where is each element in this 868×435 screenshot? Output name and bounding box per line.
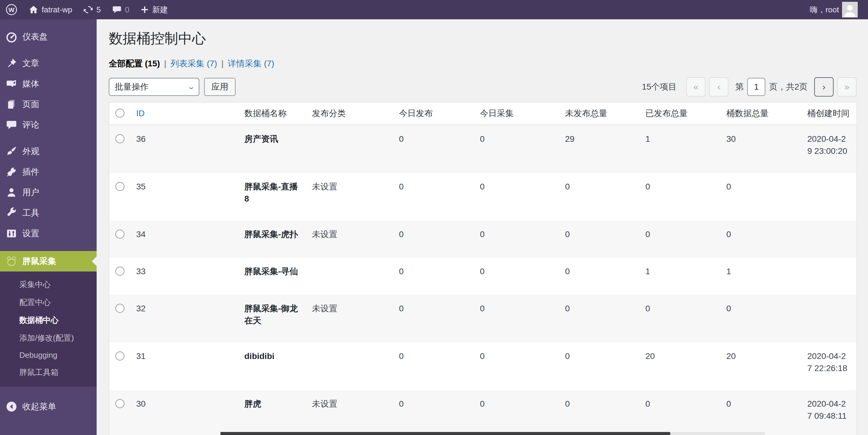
row-checkbox[interactable] bbox=[115, 399, 124, 408]
row-checkbox[interactable] bbox=[115, 230, 124, 239]
bulk-actions: 批量操作 ⌄ 应用 bbox=[109, 78, 236, 96]
wrench-icon bbox=[5, 207, 18, 219]
page-content: 数据桶控制中心 全部配置 (15)|列表采集 (7)|详情采集 (7) 批量操作… bbox=[97, 19, 868, 435]
column-header-unpublished: 未发布总量 bbox=[559, 102, 639, 125]
sidebar-item-media[interactable]: 媒体 bbox=[0, 74, 97, 94]
cell-bucket-total: 1 bbox=[720, 258, 801, 295]
admin-menu: 仪表盘文章媒体页面评论外观插件用户工具设置胖鼠采集 bbox=[0, 19, 97, 271]
cell-today-collect: 0 bbox=[474, 342, 559, 390]
collapse-menu-button[interactable]: 收起菜单 bbox=[0, 396, 97, 417]
sidebar-item-plugins[interactable]: 插件 bbox=[0, 162, 97, 182]
row-select-cell bbox=[109, 295, 130, 342]
sidebar-item-appearance[interactable]: 外观 bbox=[0, 141, 97, 162]
cell-unpublished-total: 29 bbox=[559, 125, 639, 173]
row-checkbox[interactable] bbox=[115, 182, 124, 191]
cell-id: 34 bbox=[130, 221, 238, 258]
updates-menu[interactable]: 5 bbox=[78, 0, 106, 19]
submenu-item[interactable]: 胖鼠工具箱 bbox=[0, 364, 97, 381]
column-header-published: 已发布总量 bbox=[639, 102, 720, 125]
updates-icon bbox=[83, 4, 93, 15]
sidebar-item-fatrat-collect[interactable]: 胖鼠采集 bbox=[0, 251, 97, 271]
current-page-input[interactable] bbox=[747, 78, 765, 96]
sidebar-item-users[interactable]: 用户 bbox=[0, 182, 97, 203]
collapse-menu-label: 收起菜单 bbox=[22, 401, 56, 412]
cell-today-collect: 0 bbox=[474, 125, 559, 173]
sidebar-item-posts[interactable]: 文章 bbox=[0, 53, 97, 74]
cell-category: 未设置 bbox=[306, 221, 393, 258]
column-header-id[interactable]: ID bbox=[130, 102, 238, 125]
row-checkbox[interactable] bbox=[115, 267, 124, 276]
filter-links: 全部配置 (15)|列表采集 (7)|详情采集 (7) bbox=[109, 58, 857, 69]
sidebar-item-label: 外观 bbox=[22, 146, 39, 157]
first-page-button: « bbox=[686, 77, 706, 97]
comment-bubble-icon bbox=[112, 4, 122, 15]
user-greeting: 嗨，root bbox=[810, 4, 839, 15]
row-select-cell bbox=[109, 390, 130, 435]
my-account-menu[interactable]: 嗨，root bbox=[804, 0, 863, 19]
cell-unpublished-total: 0 bbox=[559, 295, 639, 342]
row-select-cell bbox=[109, 221, 130, 258]
sidebar-item-pages[interactable]: 页面 bbox=[0, 94, 97, 114]
filter-link[interactable]: 详情采集 (7) bbox=[228, 59, 274, 68]
sidebar-item-label: 用户 bbox=[22, 187, 39, 198]
filter-label: 详情采集 bbox=[228, 59, 261, 68]
cell-id: 36 bbox=[130, 125, 238, 173]
cell-published-total: 0 bbox=[639, 295, 720, 342]
table-row: 31 dibidibi 0 0 0 20 20 2020-04-27 22:26… bbox=[109, 342, 857, 390]
submenu-item[interactable]: Debugging bbox=[0, 347, 97, 364]
submenu-item[interactable]: 采集中心 bbox=[0, 276, 97, 294]
column-header-name: 数据桶名称 bbox=[238, 102, 306, 125]
admin-bar-left: W fatrat-wp 5 0 bbox=[0, 0, 173, 19]
cell-bucket-total: 0 bbox=[720, 295, 801, 342]
sidebar-item-label: 媒体 bbox=[22, 78, 39, 90]
submenu-item[interactable]: 添加/修改(配置) bbox=[0, 329, 97, 347]
chevron-down-icon: ⌄ bbox=[187, 83, 195, 91]
cell-created bbox=[801, 258, 857, 295]
cell-today-publish: 0 bbox=[393, 221, 474, 258]
cell-category bbox=[306, 342, 393, 390]
table-header-row: ID 数据桶名称 发布分类 今日发布 今日采集 未发布总量 已发布总量 桶数据总… bbox=[109, 102, 857, 125]
background-window-edge-light bbox=[671, 432, 765, 435]
filter-link[interactable]: 列表采集 (7) bbox=[170, 59, 217, 68]
cell-today-collect: 0 bbox=[474, 258, 559, 295]
cell-category bbox=[306, 125, 393, 173]
bulk-action-select[interactable]: 批量操作 ⌄ bbox=[109, 78, 199, 96]
row-select-cell bbox=[109, 342, 130, 390]
cell-today-publish: 0 bbox=[393, 295, 474, 342]
cell-published-total: 1 bbox=[639, 258, 720, 295]
cell-today-publish: 0 bbox=[393, 390, 474, 435]
sidebar-item-label: 文章 bbox=[22, 58, 39, 69]
last-page-button[interactable]: » bbox=[837, 77, 857, 97]
items-total: 15个项目 bbox=[642, 81, 677, 93]
cell-unpublished-total: 0 bbox=[559, 173, 639, 221]
comment-count: 0 bbox=[125, 5, 129, 14]
row-checkbox[interactable] bbox=[115, 304, 124, 313]
admin-sidebar: 仪表盘文章媒体页面评论外观插件用户工具设置胖鼠采集 采集中心配置中心数据桶中心添… bbox=[0, 19, 97, 435]
dashboard-icon bbox=[5, 31, 18, 43]
sidebar-item-tools[interactable]: 工具 bbox=[0, 203, 97, 223]
cell-name: dibidibi bbox=[238, 342, 306, 390]
column-header-created: 桶创建时间 bbox=[801, 102, 857, 125]
sidebar-item-settings[interactable]: 设置 bbox=[0, 223, 97, 244]
next-page-button[interactable]: › bbox=[814, 77, 834, 97]
apply-button[interactable]: 应用 bbox=[204, 78, 236, 96]
row-checkbox[interactable] bbox=[115, 134, 124, 143]
submenu-item[interactable]: 数据桶中心 bbox=[0, 311, 97, 329]
select-all-checkbox[interactable] bbox=[115, 109, 124, 118]
cell-name: 胖鼠采集-御龙在天 bbox=[238, 295, 306, 342]
page-title: 数据桶控制中心 bbox=[109, 30, 857, 48]
user-icon bbox=[5, 187, 18, 199]
filter-link[interactable]: 全部配置 (15) bbox=[109, 59, 160, 68]
sidebar-item-dashboard[interactable]: 仪表盘 bbox=[0, 27, 97, 47]
page-prefix: 第 bbox=[735, 81, 744, 93]
submenu-item[interactable]: 配置中心 bbox=[0, 294, 97, 311]
sidebar-item-comments[interactable]: 评论 bbox=[0, 114, 97, 135]
cell-published-total: 1 bbox=[639, 125, 720, 173]
site-name-menu[interactable]: fatrat-wp bbox=[23, 0, 78, 19]
cell-created bbox=[801, 221, 857, 258]
column-header-category: 发布分类 bbox=[306, 102, 393, 125]
new-content-menu[interactable]: 新建 bbox=[135, 0, 173, 19]
row-checkbox[interactable] bbox=[115, 352, 124, 361]
comments-menu[interactable]: 0 bbox=[106, 0, 135, 19]
wordpress-logo[interactable]: W bbox=[0, 0, 23, 19]
